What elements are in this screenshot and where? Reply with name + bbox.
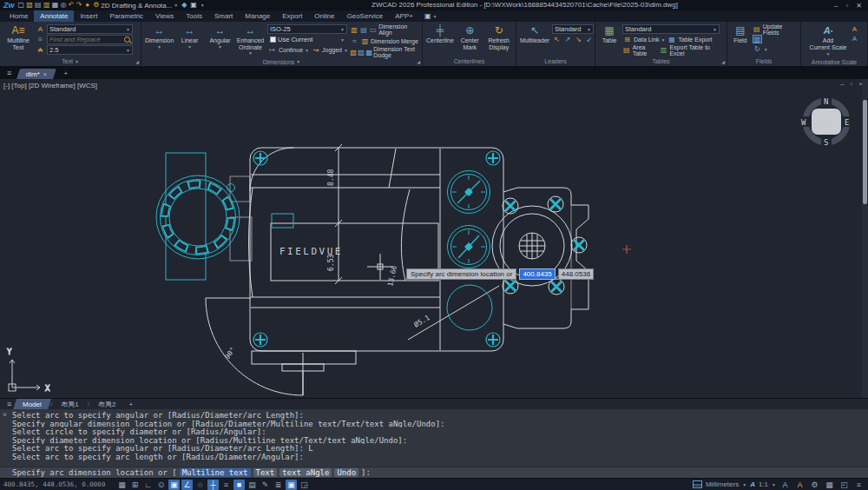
ribbon-tab[interactable]: Tools [180,10,208,22]
ribbon-tab[interactable]: Views [149,10,180,22]
ribbon-tab[interactable]: Insert [74,10,103,22]
centerline-button[interactable]: ╪ Centerline [426,23,454,56]
chevron-down-icon[interactable]: ▼ [201,3,205,8]
workspace-selector[interactable]: ⚙ 2D Drafting & Annota... ▼ [93,1,178,10]
compass-west[interactable]: W [801,118,806,127]
open-folder-icon[interactable]: ▧ [26,1,33,9]
tab-layout1[interactable]: 布局1 [53,399,86,410]
refresh-display-button[interactable]: ↻ Refresh Display [485,23,512,56]
export-table-excel-button[interactable]: ▥ Export Table to Excel [660,44,720,56]
field-update-settings-button[interactable]: ↻ ▼ [753,44,797,54]
chevron-down-icon[interactable]: ▼ [433,14,437,19]
dialog-launcher-icon[interactable]: ◢ [417,59,420,64]
dynamic-input-x-field[interactable]: 400.8435 [519,268,555,280]
minimize-button[interactable]: – [834,2,838,10]
print-icon[interactable]: ▦ [52,1,59,9]
snap-grid-icon[interactable]: ▦ [116,480,128,490]
units-selector[interactable]: Millimeters [706,480,739,488]
ortho-mode-icon[interactable]: ∟ [142,480,154,490]
command-prompt[interactable]: Specify arc dimension location or [ Mult… [0,467,868,478]
ribbon-panel-toggle-icon[interactable]: ▣ [424,12,431,21]
ribbon-tab[interactable]: Export [276,10,308,22]
auto-annotation-icon[interactable]: A [794,480,806,490]
selection-cycling-icon[interactable]: ≣ [273,480,284,490]
dimension-text-dodge-button[interactable]: ▧ ▨ ▩ Dimension Text Dodge [350,47,418,57]
file-tabs-menu-icon[interactable]: ≡ [3,69,15,77]
status-menu-icon[interactable]: ≡ [853,480,865,490]
chevron-down-icon[interactable]: ▼ [742,482,746,487]
viewport-controls[interactable]: [-] [Top] [2D Wireframe] [WCS] [3,82,97,89]
leader-style-icon-2[interactable]: ↗ [563,36,573,44]
share-icon[interactable]: ◆ [181,1,187,10]
redo-icon[interactable]: ↷ [76,1,82,9]
text-style-combo[interactable]: Standard▼ [47,24,133,34]
ribbon-tab[interactable]: Manage [239,10,276,22]
grid-display-icon[interactable]: ⊞ [129,480,141,490]
annotation-scale-selector[interactable]: 1:1 [759,480,768,488]
compass-top-button[interactable]: TOP [819,119,831,126]
full-screen-icon[interactable]: ◰ [838,480,850,490]
annotative-panel-title[interactable]: Annotative Scale [801,58,867,67]
table-button[interactable]: ▦ Table [599,23,620,56]
tab-model[interactable]: Model [13,399,51,410]
centerlines-panel-title[interactable]: Centerlines [423,56,516,66]
compass-east[interactable]: E [845,118,849,127]
update-fields-button[interactable]: ▤ Update Fields [753,24,797,34]
table-style-combo[interactable]: Standard▼ [622,24,720,34]
chevron-down-icon[interactable]: ▼ [772,482,776,487]
tables-panel-title[interactable]: Tables [595,56,727,66]
render-mode-icon[interactable]: ● [85,1,89,10]
search-icon[interactable] [124,36,130,43]
undo-icon[interactable]: ↶ [69,1,75,9]
ribbon-tab[interactable]: Online [308,10,340,22]
dynamic-input-icon[interactable]: ▣ [286,480,297,490]
vertical-scrollbar[interactable] [862,79,868,398]
object-snap-icon[interactable]: ▣ [168,480,180,490]
multiline-text-button[interactable]: A≡ Multiline Text [3,23,33,56]
save-icon[interactable]: ▤ [35,1,42,9]
dynamic-input-y-field[interactable]: 448.0536 [558,268,594,280]
command-keyword-chip[interactable]: Text [253,468,278,477]
leader-style-icon-1[interactable]: ↖ [552,36,562,44]
command-keyword-chip[interactable]: text aNgle [279,468,332,477]
ribbon-style-icon[interactable]: ▣ [190,1,197,10]
command-close-icon[interactable]: × [3,411,7,419]
checkbox-icon[interactable] [270,36,276,43]
text-panel-title[interactable]: Text▼ [0,56,141,66]
clean-screen-icon[interactable]: ◲ [299,480,310,490]
leaders-panel-title[interactable]: Leaders [516,56,595,66]
close-button[interactable]: ✕ [856,2,862,10]
data-link-button[interactable]: ⊞ Data Link▼ [622,36,666,44]
dimension-align-button[interactable]: ▥ ▤ ▭ Dimension Align [350,24,418,35]
polar-tracking-icon[interactable]: ∠ [181,480,193,490]
ribbon-tab[interactable]: GeoService [340,10,389,22]
annotation-visibility-icon[interactable]: A [779,480,791,490]
dim-continue-button[interactable]: ↦ Continue▼ [267,46,309,54]
annotation-star-icon[interactable]: A [850,24,859,33]
transparency-icon[interactable]: ■ [233,480,245,490]
snap-tracking-icon[interactable]: ☆ [194,480,206,490]
ribbon-tab[interactable]: APP+ [389,10,419,22]
preview-icon[interactable]: ◎ [60,1,66,9]
restore-button[interactable]: ▫ [845,2,848,10]
field-display-toggle-icon[interactable]: ▥ [753,35,762,43]
annotation-monitor-icon[interactable]: ▤ [247,480,258,490]
area-table-button[interactable]: ▤ Area Table [622,44,658,56]
dimensions-panel-title[interactable]: Dimensions▼ [141,57,422,66]
add-current-scale-button[interactable]: A▪ Add Current Scale ▼ [809,23,847,58]
view-compass[interactable]: N S W E TOP [799,96,854,151]
dialog-launcher-icon[interactable]: ◢ [721,59,725,64]
add-layout-button[interactable]: + [123,401,138,408]
dimension-tool-button[interactable]: ↔ Enhanced Ordinate ▼ [236,23,265,57]
find-replace-input[interactable] [49,36,122,43]
dim-jogged-button[interactable]: ↝ Jogged▼ [311,46,348,54]
workspace-switch-icon[interactable]: ⚙ [809,480,820,490]
compass-north[interactable]: N [824,97,828,106]
ribbon-tab[interactable]: Smart [208,10,239,22]
save-as-icon[interactable]: ▥ [43,1,50,9]
dimension-merge-button[interactable]: ≈ ▥ Dimension Merge [350,36,418,46]
drawing-canvas[interactable]: Y X [0,79,868,398]
ribbon-tab[interactable]: Annotate [34,10,74,22]
isometric-draft-icon[interactable]: ⊙ [155,480,167,490]
document-tab[interactable]: dim* × [16,69,56,79]
